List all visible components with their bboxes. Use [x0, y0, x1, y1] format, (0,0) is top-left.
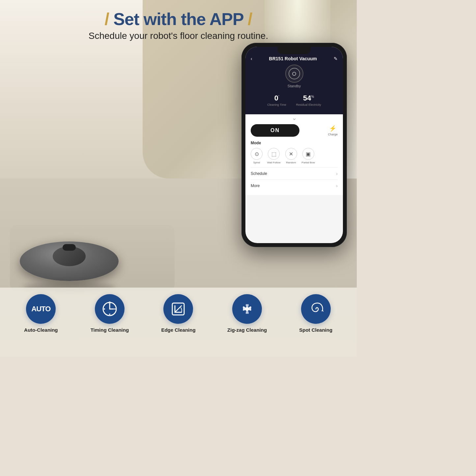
subtitle: Schedule your robot's floor cleaning rou… — [0, 31, 357, 41]
edge-cleaning-icon — [170, 300, 187, 318]
cleaning-time-label: Cleaning Time — [267, 103, 286, 106]
spot-icon — [307, 300, 324, 318]
slash-right: / — [248, 10, 252, 29]
mode-wall-follow[interactable]: ⬚ Wall Follow — [267, 148, 281, 164]
auto-cleaning-label: Auto-Cleaning — [24, 327, 58, 333]
charge-label: Charge — [328, 133, 338, 136]
header: / Set with the APP / Schedule your robot… — [0, 0, 357, 41]
spiral-label: Spiral — [253, 161, 260, 164]
zigzag-cleaning-circle — [232, 294, 262, 324]
spot-cleaning-circle — [301, 294, 331, 324]
back-icon[interactable]: ‹ — [251, 56, 252, 61]
timing-cleaning-label: Timing Cleaning — [91, 327, 129, 333]
feature-zigzag-cleaning: Zig-zag Cleaning — [224, 294, 270, 333]
cleaning-time-stat: 0′ Cleaning Time — [267, 94, 286, 106]
svg-point-4 — [114, 308, 116, 310]
feature-spot-cleaning: Spot Cleaning — [293, 294, 339, 333]
mode-icons-row: ⊙ Spiral ⬚ Wall Follow ✕ Random ▣ — [251, 148, 338, 164]
svg-point-6 — [104, 308, 105, 310]
timing-cleaning-circle — [95, 294, 125, 324]
zigzag-cleaning-label: Zig-zag Cleaning — [227, 327, 267, 333]
feature-timing-cleaning: Timing Cleaning — [87, 294, 133, 333]
robot-inner-ring — [289, 68, 300, 79]
phone-notch — [278, 47, 311, 54]
feature-auto-cleaning: AUTO Auto-Cleaning — [18, 294, 64, 333]
more-arrow-icon: › — [336, 183, 338, 188]
edge-cleaning-label: Edge Cleaning — [161, 327, 195, 333]
slash-left: / — [104, 10, 109, 29]
status-text: Standby — [251, 84, 338, 88]
app-body: ⌄ ON ⚡ Charge Mode ⊙ Spiral — [245, 112, 343, 195]
electricity-stat: 54% Residual Electricity — [296, 94, 321, 106]
partial-bow-label: Partial Bow — [302, 161, 315, 164]
robot-sensor — [63, 244, 76, 251]
robot-vacuum — [20, 241, 125, 288]
edit-icon[interactable]: ✎ — [334, 56, 338, 61]
more-row[interactable]: More › — [251, 180, 338, 192]
robot-body — [20, 241, 119, 281]
svg-point-5 — [109, 314, 110, 315]
feature-edge-cleaning: Edge Cleaning — [155, 294, 201, 333]
stats-row: 0′ Cleaning Time 54% Residual Electricit… — [251, 91, 338, 109]
app-header: ‹ BR151 Robot Vacuum ✎ Standby 0′ Cl — [245, 47, 343, 114]
robot-status-icon — [285, 65, 303, 83]
wall-follow-label: Wall Follow — [267, 161, 281, 164]
phone-screen: ‹ BR151 Robot Vacuum ✎ Standby 0′ Cl — [245, 47, 343, 243]
schedule-row[interactable]: Schedule › — [251, 167, 338, 180]
robot-dot — [292, 72, 296, 76]
charge-icon: ⚡ — [329, 125, 336, 132]
mode-partial-bow[interactable]: ▣ Partial Bow — [302, 148, 315, 164]
features-section: AUTO Auto-Cleaning Timing Cleaning — [0, 288, 357, 357]
auto-cleaning-circle: AUTO — [26, 294, 56, 324]
on-button[interactable]: ON — [251, 124, 299, 137]
schedule-arrow-icon: › — [336, 171, 338, 176]
zigzag-icon — [238, 300, 256, 318]
more-label: More — [251, 183, 260, 188]
page-title: / Set with the APP / — [0, 10, 357, 29]
app-title: BR151 Robot Vacuum — [269, 56, 317, 61]
random-label: Random — [286, 161, 296, 164]
spot-cleaning-label: Spot Cleaning — [299, 327, 332, 333]
cleaning-time-value: 0′ — [267, 94, 286, 102]
mode-section-title: Mode — [251, 141, 338, 145]
phone: ‹ BR151 Robot Vacuum ✎ Standby 0′ Cl — [241, 43, 347, 247]
control-row: ON ⚡ Charge — [251, 124, 338, 137]
partial-bow-icon: ▣ — [302, 148, 314, 160]
random-icon: ✕ — [285, 148, 297, 160]
spiral-icon: ⊙ — [251, 148, 263, 160]
charge-button[interactable]: ⚡ Charge — [328, 125, 338, 136]
electricity-label: Residual Electricity — [296, 103, 321, 106]
app-nav: ‹ BR151 Robot Vacuum ✎ — [251, 56, 338, 61]
phone-outer: ‹ BR151 Robot Vacuum ✎ Standby 0′ Cl — [241, 43, 347, 247]
electricity-value: 54% — [296, 94, 321, 102]
schedule-label: Schedule — [251, 171, 267, 176]
mode-section: Mode ⊙ Spiral ⬚ Wall Follow ✕ Random — [251, 141, 338, 164]
wall-follow-icon: ⬚ — [268, 148, 280, 160]
edge-cleaning-circle — [163, 294, 193, 324]
auto-icon: AUTO — [31, 305, 50, 313]
chevron-down-icon[interactable]: ⌄ — [251, 114, 338, 122]
mode-spiral[interactable]: ⊙ Spiral — [251, 148, 263, 164]
mode-random[interactable]: ✕ Random — [285, 148, 297, 164]
svg-point-3 — [109, 303, 110, 304]
clock-icon — [101, 300, 118, 318]
